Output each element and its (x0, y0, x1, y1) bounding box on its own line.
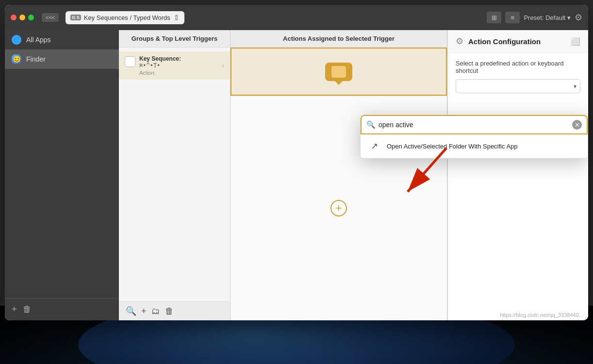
trigger-arrow-icon: › (222, 61, 224, 70)
traffic-lights (11, 15, 34, 20)
close-button[interactable] (11, 15, 16, 20)
search-dropdown: 🔍 ✕ ↗ Open Active/Selected Folder With S… (360, 115, 588, 159)
title-bar: <<< G S Key Sequences / Typed Words ⇕ ⊞ … (5, 5, 588, 30)
title-stepper-icon[interactable]: ⇕ (173, 13, 180, 22)
search-clear-button[interactable]: ✕ (572, 120, 582, 130)
trigger-checkbox[interactable] (125, 56, 135, 67)
delete-trigger-button[interactable]: 🗑 (165, 306, 174, 316)
panels: Groups & Top Level Triggers Key Sequence… (119, 30, 588, 320)
result-action-icon: ↗ (367, 139, 381, 153)
folder-trigger-button[interactable]: 🗂 (151, 306, 160, 316)
action-pill[interactable] (325, 63, 352, 81)
list-view-button[interactable]: ≡ (505, 12, 520, 23)
title-pill: G S Key Sequences / Typed Words ⇕ (66, 11, 184, 24)
search-input[interactable] (379, 121, 572, 129)
panel-config: ⚙ Action Configuration ⬜ Select a predef… (447, 30, 588, 320)
delete-app-button[interactable]: 🗑 (23, 304, 32, 314)
search-results: ↗ Open Active/Selected Folder With Speci… (361, 134, 588, 158)
url-bar: https://blog.csdn.net/qq_3338440... (500, 312, 583, 318)
groups-panel-header: Groups & Top Level Triggers (119, 30, 230, 48)
content-area: 🌐 All Apps 😊 Finder + 🗑 Groups & Top Lev… (5, 30, 588, 320)
config-gear-icon: ⚙ (456, 36, 463, 47)
back-button[interactable]: <<< (42, 13, 59, 22)
all-apps-label: All Apps (26, 36, 51, 44)
groups-panel-content: Key Sequence: ⌘•^•T• Action: › (119, 48, 230, 301)
trigger-item[interactable]: Key Sequence: ⌘•^•T• Action: › (119, 51, 230, 80)
sidebar-item-all-apps[interactable]: 🌐 All Apps (5, 30, 119, 50)
main-window: <<< G S Key Sequences / Typed Words ⇕ ⊞ … (5, 5, 588, 320)
grid-view-button[interactable]: ⊞ (487, 12, 501, 23)
result-text: Open Active/Selected Folder With Specifi… (387, 143, 518, 150)
sidebar-item-finder[interactable]: 😊 Finder (5, 50, 119, 69)
select-wrapper: ▾ (456, 79, 580, 93)
action-inner (331, 66, 346, 78)
globe-icon: 🌐 (12, 35, 21, 45)
panel-groups: Groups & Top Level Triggers Key Sequence… (119, 30, 231, 320)
trigger-label: Key Sequence: (139, 55, 218, 62)
trigger-row: Key Sequence: ⌘•^•T• Action: › (125, 55, 224, 76)
maximize-button[interactable] (28, 15, 34, 20)
trigger-keys: ⌘•^•T• (139, 62, 218, 69)
window-title: Key Sequences / Typed Words (84, 14, 170, 21)
preset-label[interactable]: Preset: Default ▾ (524, 14, 571, 21)
config-title: Action Configuration (468, 37, 541, 46)
action-select[interactable] (456, 79, 580, 93)
actions-panel-header: Actions Assigned to Selected Trigger (231, 30, 447, 48)
search-result-item[interactable]: ↗ Open Active/Selected Folder With Speci… (361, 134, 588, 158)
title-pill-icon: G S (70, 15, 81, 20)
sidebar-bottom: + 🗑 (5, 298, 119, 320)
config-description: Select a predefined action or keyboard s… (456, 60, 580, 74)
finder-icon: 😊 (12, 54, 21, 64)
groups-panel-bottom: 🔍 + 🗂 🗑 (119, 301, 230, 320)
trigger-action-label: Action: (139, 70, 218, 76)
trigger-info: Key Sequence: ⌘•^•T• Action: (139, 55, 218, 76)
add-trigger-button[interactable]: + (141, 306, 147, 316)
search-bar: 🔍 ✕ (361, 115, 588, 134)
minimize-button[interactable] (19, 15, 25, 20)
add-app-button[interactable]: + (12, 304, 17, 314)
add-action-button[interactable]: + (330, 200, 347, 216)
toolbar-right: ⊞ ≡ Preset: Default ▾ ⚙ (487, 12, 582, 23)
gear-button[interactable]: ⚙ (575, 12, 582, 23)
panel-actions: Actions Assigned to Selected Trigger + (231, 30, 447, 320)
search-triggers-button[interactable]: 🔍 (126, 306, 136, 316)
config-collapse-button[interactable]: ⬜ (571, 37, 580, 46)
action-selected-area (231, 48, 447, 96)
sidebar: 🌐 All Apps 😊 Finder + 🗑 (5, 30, 119, 320)
finder-label: Finder (26, 55, 46, 63)
config-panel-body: Select a predefined action or keyboard s… (448, 53, 588, 320)
config-panel-header: ⚙ Action Configuration ⬜ (448, 30, 588, 53)
search-icon: 🔍 (366, 120, 376, 129)
